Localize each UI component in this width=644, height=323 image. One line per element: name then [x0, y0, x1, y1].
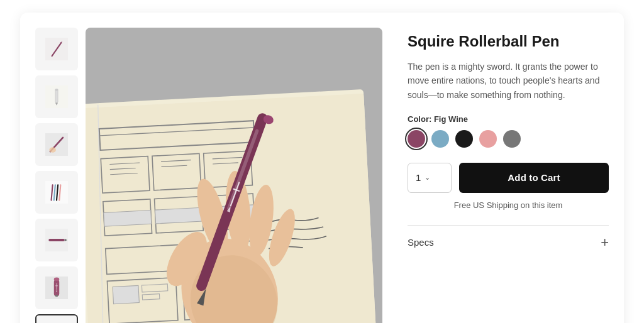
- chevron-down-icon: ⌄: [425, 173, 430, 182]
- color-label: Color: Fig Wine: [408, 114, 609, 124]
- thumbnail-7[interactable]: [35, 314, 78, 323]
- svg-rect-4: [55, 89, 58, 102]
- add-to-cart-button[interactable]: Add to Cart: [459, 163, 609, 193]
- product-info: Squire Rollerball Pen The pen is a might…: [408, 28, 609, 323]
- product-title: Squire Rollerball Pen: [408, 33, 609, 51]
- quantity-selector[interactable]: 1 ⌄: [408, 163, 452, 193]
- svg-point-20: [54, 278, 59, 281]
- product-page: SCREEN 02 SCREEN 01: [20, 13, 624, 323]
- swatch-fig-wine[interactable]: [408, 130, 425, 148]
- svg-rect-51: [104, 210, 152, 226]
- thumbnail-3[interactable]: [35, 123, 78, 166]
- svg-rect-59: [113, 285, 139, 304]
- product-description: The pen is a mighty sword. It grants the…: [408, 60, 609, 102]
- color-swatches: [408, 130, 609, 148]
- specs-toggle[interactable]: Specs +: [408, 236, 609, 249]
- image-section: SCREEN 02 SCREEN 01: [35, 28, 382, 323]
- thumbnail-list: [35, 28, 78, 323]
- swatch-midnight-black[interactable]: [455, 130, 473, 148]
- specs-section: Specs +: [408, 225, 609, 249]
- svg-rect-53: [155, 207, 203, 224]
- svg-rect-6: [55, 89, 58, 90]
- thumbnail-6[interactable]: [35, 266, 78, 309]
- svg-point-9: [49, 147, 56, 152]
- plus-icon: +: [601, 236, 609, 249]
- svg-rect-16: [48, 239, 64, 241]
- purchase-row: 1 ⌄ Add to Cart: [408, 163, 609, 193]
- swatch-blush-pink[interactable]: [479, 130, 497, 148]
- thumbnail-1[interactable]: [35, 28, 78, 70]
- svg-point-21: [55, 295, 58, 297]
- thumbnail-4[interactable]: [35, 171, 78, 214]
- thumbnail-2[interactable]: [35, 75, 78, 118]
- swatch-powder-blue[interactable]: [431, 130, 449, 148]
- swatch-slate-gray[interactable]: [503, 130, 521, 148]
- shipping-text: Free US Shipping on this item: [408, 200, 609, 210]
- selected-color-name: Fig Wine: [434, 114, 468, 124]
- quantity-value: 1: [416, 172, 421, 183]
- thumbnail-5[interactable]: [35, 219, 78, 261]
- main-image: SCREEN 02 SCREEN 01: [86, 28, 382, 323]
- specs-label: Specs: [408, 237, 434, 248]
